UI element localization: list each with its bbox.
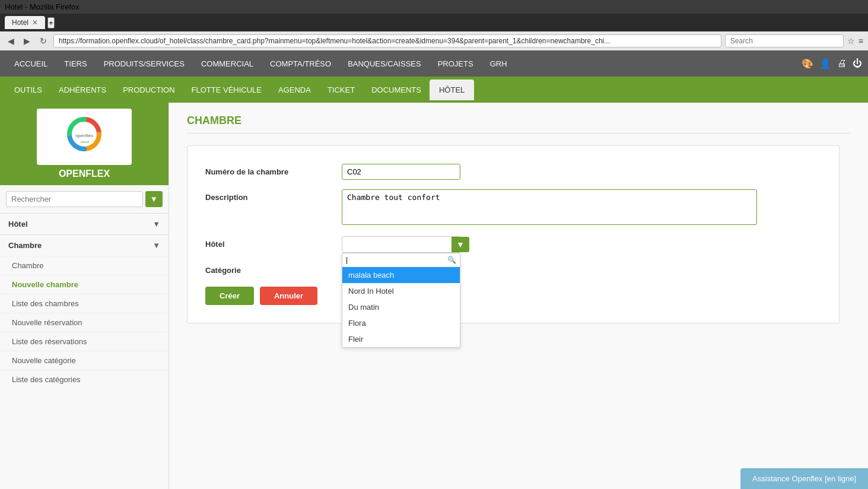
form-row-description: Description Chambre tout confort xyxy=(205,189,821,227)
hotel-dropdown-container: ▼ 🔍 malala beach Nord In Hotel Du matin xyxy=(342,236,460,253)
nav-commercial[interactable]: COMMERCIAL xyxy=(193,52,262,75)
nav-tiers[interactable]: TIERS xyxy=(56,52,95,75)
dropdown-option-flora[interactable]: Flora xyxy=(342,315,460,331)
nav-projets[interactable]: PROJETS xyxy=(430,52,482,75)
sidebar-brand-text: OPENFLEX xyxy=(59,169,110,179)
categorie-label: Catégorie xyxy=(205,262,336,275)
form-row-hotel: Hôtel ▼ 🔍 xyxy=(205,236,821,253)
assistance-bar[interactable]: Assistance Openflex [en ligne] xyxy=(740,468,868,489)
numero-label: Numéro de la chambre xyxy=(205,164,336,176)
sidebar-hotel-header[interactable]: Hôtel ▼ xyxy=(0,214,168,234)
content-area: openflex .cloud OPENFLEX ▼ Hôtel ▼ xyxy=(0,103,868,489)
browser-toolbar-icons: ☆ ≡ xyxy=(847,36,863,46)
assistance-label: Assistance Openflex [en ligne] xyxy=(752,474,856,483)
palette-icon[interactable]: 🎨 xyxy=(802,58,813,69)
nav-production[interactable]: PRODUCTION xyxy=(115,78,183,101)
svg-text:openflex: openflex xyxy=(75,133,93,138)
forward-button[interactable]: ▶ xyxy=(21,35,33,47)
dropdown-search-container: 🔍 xyxy=(342,253,460,267)
dropdown-option-malala[interactable]: malala beach xyxy=(342,267,460,283)
sidebar-item-liste-categories[interactable]: Liste des catégories xyxy=(0,370,168,389)
sidebar-search-button[interactable]: ▼ xyxy=(145,191,163,207)
dropdown-option-fleir[interactable]: Fleir xyxy=(342,331,460,347)
main-content: CHAMBRE Numéro de la chambre Description… xyxy=(169,103,868,489)
browser-tab-hotel[interactable]: Hotel ✕ xyxy=(5,16,45,29)
dropdown-search-input[interactable] xyxy=(346,256,445,264)
description-label: Description xyxy=(205,189,336,202)
nav-agenda[interactable]: AGENDA xyxy=(270,78,319,101)
sidebar-logo-area: openflex .cloud OPENFLEX xyxy=(0,103,168,185)
openflex-logo: openflex .cloud xyxy=(42,113,127,160)
power-icon[interactable]: ⏻ xyxy=(853,58,862,69)
close-tab-icon[interactable]: ✕ xyxy=(32,18,38,27)
nav-banques[interactable]: BANQUES/CAISSES xyxy=(339,52,430,75)
bookmark-icon[interactable]: ☆ xyxy=(847,36,855,46)
browser-titlebar: Hotel - Mozilla Firefox xyxy=(0,0,868,14)
sidebar-chambre-header[interactable]: Chambre ▼ xyxy=(0,235,168,256)
nav-documents[interactable]: DOCUMENTS xyxy=(363,78,430,101)
nav-produits[interactable]: PRODUITS/SERVICES xyxy=(96,52,193,75)
sidebar-item-liste-chambres[interactable]: Liste des chambres xyxy=(0,294,168,313)
sidebar-section-chambre: Chambre ▼ Chambre Nouvelle chambre Liste… xyxy=(0,234,168,389)
nav-ticket[interactable]: TICKET xyxy=(319,78,363,101)
browser-search-input[interactable] xyxy=(725,34,844,47)
hotel-dropdown-menu: 🔍 malala beach Nord In Hotel Du matin Fl… xyxy=(342,253,460,348)
logo-svg: openflex .cloud xyxy=(55,113,114,155)
browser-tabs: Hotel ✕ + xyxy=(0,14,868,31)
sidebar-item-nouvelle-categorie[interactable]: Nouvelle catégorie xyxy=(0,351,168,370)
top-nav-right: 🎨 👤 🖨 ⏻ xyxy=(802,58,862,69)
svg-text:.cloud: .cloud xyxy=(80,140,89,144)
numero-field xyxy=(342,164,821,180)
menu-icon[interactable]: ≡ xyxy=(859,36,863,46)
hotel-dropdown-button[interactable]: ▼ xyxy=(452,237,469,252)
url-bar[interactable] xyxy=(53,34,721,47)
nav-hotel[interactable]: HÔTEL xyxy=(430,80,474,100)
reload-button[interactable]: ↻ xyxy=(37,35,50,47)
cancel-button[interactable]: Annuler xyxy=(260,287,317,305)
hotel-label: Hôtel xyxy=(205,236,336,249)
hotel-field: ▼ 🔍 malala beach Nord In Hotel Du matin xyxy=(342,236,821,253)
nav-outils[interactable]: OUTILS xyxy=(6,78,50,101)
print-icon[interactable]: 🖨 xyxy=(837,58,847,69)
chevron-down-icon-chambre: ▼ xyxy=(152,241,160,250)
app-wrapper: ACCUEIL TIERS PRODUITS/SERVICES COMMERCI… xyxy=(0,50,868,489)
dropdown-option-dumatin[interactable]: Du matin xyxy=(342,299,460,315)
dropdown-option-nord[interactable]: Nord In Hotel xyxy=(342,283,460,299)
sidebar-item-liste-reservations[interactable]: Liste des réservations xyxy=(0,332,168,351)
nav-grh[interactable]: GRH xyxy=(482,52,516,75)
top-nav-items: ACCUEIL TIERS PRODUITS/SERVICES COMMERCI… xyxy=(6,52,802,75)
numero-input[interactable] xyxy=(342,164,460,180)
search-icon: 🔍 xyxy=(447,256,456,264)
sidebar-item-nouvelle-chambre[interactable]: Nouvelle chambre xyxy=(0,275,168,294)
secondary-nav: OUTILS ADHÉRENTS PRODUCTION FLOTTE VÉHIC… xyxy=(0,77,868,103)
form-row-numero: Numéro de la chambre xyxy=(205,164,821,180)
nav-adherents[interactable]: ADHÉRENTS xyxy=(50,78,115,101)
description-field: Chambre tout confort xyxy=(342,189,821,227)
nav-compta[interactable]: COMPTA/TRÉSO xyxy=(262,52,339,75)
new-tab-button[interactable]: + xyxy=(47,17,55,28)
sidebar-search-area: ▼ xyxy=(0,185,168,213)
page-title: CHAMBRE xyxy=(187,115,850,134)
top-nav: ACCUEIL TIERS PRODUITS/SERVICES COMMERCI… xyxy=(0,50,868,77)
nav-flotte[interactable]: FLOTTE VÉHICULE xyxy=(183,78,270,101)
hotel-dropdown-trigger[interactable]: ▼ xyxy=(342,236,460,253)
sidebar-item-nouvelle-reservation[interactable]: Nouvelle réservation xyxy=(0,313,168,332)
form-row-categorie: Catégorie xyxy=(205,262,821,275)
hotel-dropdown-input[interactable] xyxy=(342,237,452,252)
chevron-down-icon: ▼ xyxy=(152,220,160,228)
sidebar-section-hotel: Hôtel ▼ xyxy=(0,213,168,234)
form-container: Numéro de la chambre Description Chambre… xyxy=(187,145,840,323)
form-actions: Créer Annuler xyxy=(205,287,821,305)
browser-addressbar: ◀ ▶ ↻ ☆ ≡ xyxy=(0,31,868,50)
description-textarea[interactable]: Chambre tout confort xyxy=(342,189,757,225)
sidebar: openflex .cloud OPENFLEX ▼ Hôtel ▼ xyxy=(0,103,169,489)
sidebar-logo-box: openflex .cloud xyxy=(37,109,132,165)
back-button[interactable]: ◀ xyxy=(5,35,17,47)
create-button[interactable]: Créer xyxy=(205,287,254,305)
sidebar-search-input[interactable] xyxy=(6,191,143,207)
nav-accueil[interactable]: ACCUEIL xyxy=(6,52,56,75)
browser-title: Hotel - Mozilla Firefox xyxy=(5,2,80,11)
sidebar-item-chambre[interactable]: Chambre xyxy=(0,256,168,275)
user-icon[interactable]: 👤 xyxy=(819,58,831,69)
